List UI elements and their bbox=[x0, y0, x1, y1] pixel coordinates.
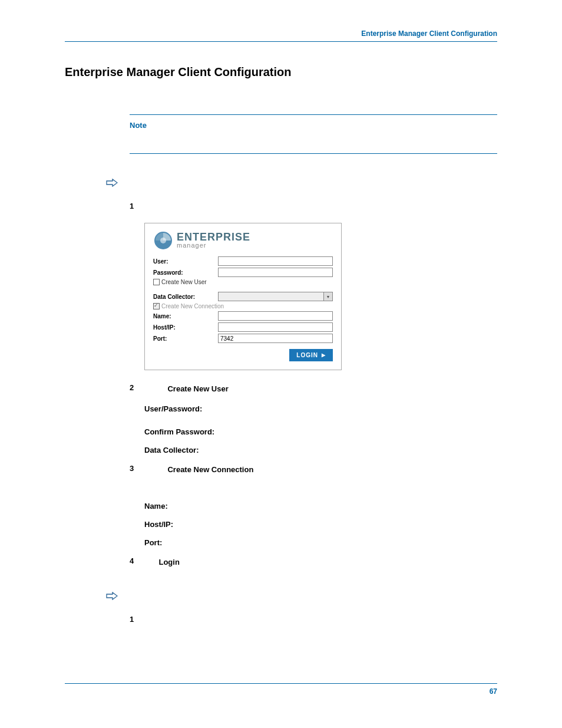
step-number: 3 bbox=[130, 464, 165, 473]
page-number: 67 bbox=[490, 687, 497, 696]
logo-text-big: ENTERPRISE bbox=[177, 232, 250, 242]
step-1: 1 bbox=[130, 202, 497, 212]
host-label: Host/IP: bbox=[153, 324, 218, 331]
data-collector-label: Data Collector: bbox=[153, 294, 218, 300]
password-input[interactable] bbox=[218, 268, 333, 277]
port-label: Port: bbox=[153, 335, 218, 342]
logo: ENTERPRISE manager bbox=[153, 230, 333, 251]
login-panel: ENTERPRISE manager User: Password: Creat… bbox=[144, 223, 342, 370]
arrow-right-icon bbox=[106, 177, 118, 190]
page-title: Enterprise Manager Client Configuration bbox=[65, 65, 497, 79]
procedure-arrow bbox=[106, 177, 497, 190]
substep-data-collector: Data Collector: bbox=[144, 446, 497, 454]
note-rule-top bbox=[130, 114, 497, 115]
step-number: 2 bbox=[130, 383, 165, 392]
enterprise-manager-logo-icon bbox=[153, 230, 173, 251]
chevron-down-icon: ▼ bbox=[323, 292, 333, 301]
note-rule-bottom bbox=[130, 153, 497, 154]
step-3: 3 Create New Connection bbox=[130, 464, 497, 475]
create-new-user-checkbox[interactable] bbox=[153, 279, 160, 285]
name-label: Name: bbox=[153, 313, 218, 319]
create-new-connection-label: Create New Connection bbox=[161, 303, 224, 309]
substep-name: Name: bbox=[144, 502, 497, 510]
user-label: User: bbox=[153, 258, 218, 265]
procedure-arrow-2 bbox=[106, 591, 497, 603]
name-input[interactable] bbox=[218, 311, 333, 321]
substep-confirm-password: Confirm Password: bbox=[144, 427, 497, 436]
login-button-label: LOGIN bbox=[296, 352, 318, 358]
note-label: Note bbox=[130, 121, 497, 130]
host-input[interactable] bbox=[218, 322, 333, 332]
step-text: Create New User bbox=[167, 384, 228, 393]
svg-point-1 bbox=[160, 238, 166, 243]
port-input[interactable] bbox=[218, 334, 333, 343]
step-number: 4 bbox=[130, 556, 156, 565]
step-number: 1 bbox=[130, 202, 165, 210]
create-new-user-label: Create New User bbox=[161, 279, 207, 285]
step-b-1: 1 bbox=[130, 615, 497, 625]
data-collector-select[interactable]: ▼ bbox=[218, 292, 333, 301]
step-2: 2 Create New User bbox=[130, 383, 497, 394]
triangle-right-icon: ▶ bbox=[322, 353, 326, 358]
header-breadcrumb: Enterprise Manager Client Configuration bbox=[65, 29, 497, 42]
step-number: 1 bbox=[130, 615, 165, 624]
substep-port: Port: bbox=[144, 538, 497, 547]
login-button[interactable]: LOGIN ▶ bbox=[289, 349, 333, 361]
step-text: Login bbox=[158, 558, 179, 566]
password-label: Password: bbox=[153, 269, 218, 276]
page-footer: 67 bbox=[65, 683, 497, 696]
substep-host: Host/IP: bbox=[144, 520, 497, 529]
arrow-right-icon bbox=[106, 591, 118, 603]
create-new-connection-checkbox[interactable] bbox=[153, 303, 160, 309]
user-input[interactable] bbox=[218, 256, 333, 266]
step-4: 4 Login bbox=[130, 556, 497, 567]
step-text: Create New Connection bbox=[167, 465, 253, 474]
substep-user-password: User/Password: bbox=[144, 404, 497, 413]
